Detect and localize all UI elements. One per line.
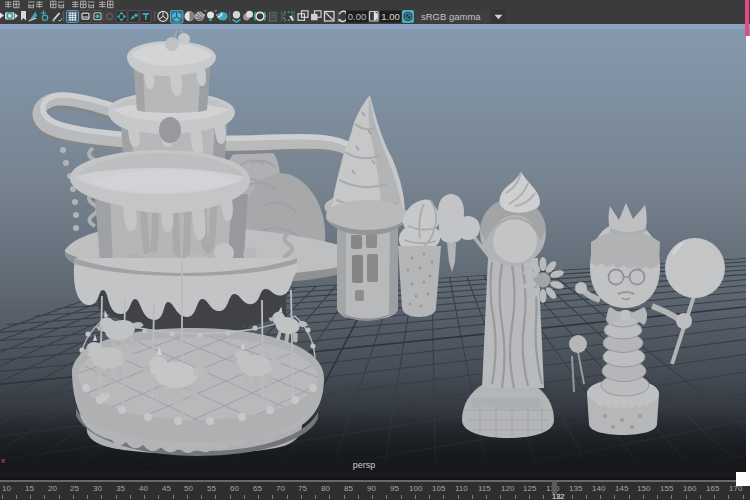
svg-text:x: x	[1, 456, 5, 465]
svg-text:0.00: 0.00	[348, 11, 367, 22]
svg-text:persp: persp	[353, 460, 376, 470]
svg-text:1.00: 1.00	[381, 11, 400, 22]
svg-text:sRGB gamma: sRGB gamma	[421, 11, 481, 22]
